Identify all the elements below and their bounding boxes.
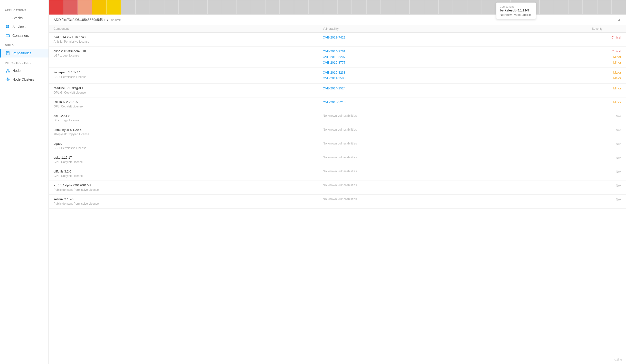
heatmap-cell-15[interactable] [265,0,280,15]
heatmap-cell-28[interactable] [453,0,467,15]
heatmap-cell-3[interactable] [92,0,106,15]
heatmap-cell-39[interactable] [612,0,626,15]
component-license: LGPL: Lgpl License [54,119,323,122]
table-row: linux-pam 1.1.3-7.1BSD: Permissive Licen… [49,68,626,83]
no-vuln-text: No known vulnerabilities [323,169,592,173]
heatmap-cell-21[interactable] [352,0,366,15]
heatmap-cell-8[interactable] [164,0,179,15]
component-cell-11: selinux 2.1.9-5Public domain: Permissive… [54,197,323,206]
heatmap-cell-22[interactable] [366,0,381,15]
table-row: dpkg 1.16.17GPL: Copyleft LicenseNo know… [49,153,626,167]
heatmap-cell-0[interactable] [49,0,63,15]
severity-badge: N/A [592,169,621,174]
heatmap-cell-34[interactable] [540,0,554,15]
heatmap-cell-35[interactable] [554,0,568,15]
nodes-label: Nodes [12,69,22,73]
file-header: ADD file:73c2f06...8545859c5d5 in / 85.8… [49,15,626,25]
sidebar-item-node-clusters[interactable]: Node Clusters [0,75,48,84]
sidebar: APPLICATIONS Stacks Services [0,0,49,364]
svg-line-17 [8,70,9,71]
severity-badge: Minor [592,86,621,91]
heatmap-cell-12[interactable] [222,0,236,15]
tooltip-component-name: berkeleydb 5.1.29-5 [500,8,532,12]
heatmap-cell-37[interactable] [583,0,597,15]
file-size: 85.8MB [111,18,121,22]
heatmap-cell-30[interactable] [482,0,496,15]
vuln-link[interactable]: CVE-2013-2207 [323,55,592,60]
vuln-link[interactable]: CVE-2013-7422 [323,35,592,40]
heatmap-cell-4[interactable] [106,0,121,15]
table-row: bgaesBSD: Permissive LicenseNo known vul… [49,139,626,153]
sidebar-item-stacks[interactable]: Stacks [0,14,48,22]
vuln-link[interactable]: CVE-2014-2524 [323,86,592,91]
services-label: Services [12,25,26,29]
vuln-cell-7: No known vulnerabilities [323,142,592,145]
heatmap-cell-23[interactable] [381,0,395,15]
heatmap-cell-18[interactable] [309,0,323,15]
heatmap-cell-7[interactable] [150,0,164,15]
heatmap-cell-16[interactable] [280,0,294,15]
heatmap-cell-27[interactable] [438,0,453,15]
heatmap-bar: Component berkeleydb 5.1.29-5 No Known V… [49,0,626,15]
build-section-label: BUILD [0,40,48,49]
heatmap-cell-1[interactable] [63,0,78,15]
component-cell-5: acl 2.2.51-8LGPL: Lgpl License [54,114,323,122]
heatmap-cell-25[interactable] [409,0,424,15]
heatmap-cell-19[interactable] [323,0,337,15]
services-icon [6,25,10,29]
no-vuln-text: No known vulnerabilities [323,197,592,201]
col-vulnerability: Vulnerability [323,27,592,31]
table-body: perl 5.14.2-21+deb7u3Artistic: Permissiv… [49,33,626,208]
heatmap-cell-6[interactable] [135,0,150,15]
svg-point-19 [7,78,8,79]
sidebar-item-repositories[interactable]: Repositories [0,49,48,57]
heatmap-cell-5[interactable] [121,0,135,15]
table-row: glibc 2.13-38+deb7u10LGPL: Lgpl LicenseC… [49,46,626,68]
heatmap-cell-13[interactable] [236,0,251,15]
no-vuln-text: No known vulnerabilities [323,142,592,145]
component-cell-9: diffutils 3.2-6GPL: Copyleft License [54,169,323,178]
component-cell-3: readline 6.2+dfsg-0.1GPLv3: Copyleft Lic… [54,86,323,95]
severity-badge: Minor [592,55,621,60]
component-cell-6: berkeleydb 5.1.29-5sleepycat: Copyleft L… [54,128,323,136]
heatmap-cell-2[interactable] [78,0,92,15]
sidebar-item-nodes[interactable]: Nodes [0,66,48,75]
severity-badge: Major [592,70,621,75]
heatmap-cell-26[interactable] [424,0,438,15]
nodes-icon [6,69,10,73]
heatmap-cell-11[interactable] [207,0,222,15]
vuln-link[interactable]: CVE-2015-3238 [323,70,592,75]
vuln-link[interactable]: CVE-2014-2583 [323,76,592,81]
heatmap-cell-36[interactable] [568,0,583,15]
heatmap-cell-38[interactable] [597,0,612,15]
vuln-cell-11: No known vulnerabilities [323,197,592,201]
heatmap-cell-29[interactable] [467,0,482,15]
collapse-icon[interactable]: ▲ [617,18,621,22]
heatmap-cell-17[interactable] [294,0,308,15]
component-license: Artistic: Permissive License [54,40,323,44]
component-license: BSD: Permissive License [54,75,323,79]
heatmap-cell-10[interactable] [193,0,207,15]
sidebar-item-containers[interactable]: Containers [0,31,48,40]
heatmap-cell-9[interactable] [179,0,193,15]
vulnerability-tooltip: Component berkeleydb 5.1.29-5 No Known V… [496,2,536,19]
component-cell-10: xz 5.1.1alpha+20120614-2Public domain: P… [54,183,323,192]
sidebar-item-services[interactable]: Services [0,22,48,31]
file-title-group: ADD file:73c2f06...8545859c5d5 in / 85.8… [54,18,121,22]
heatmap-cell-20[interactable] [337,0,352,15]
heatmap-cell-14[interactable] [251,0,265,15]
component-cell-2: linux-pam 1.1.3-7.1BSD: Permissive Licen… [54,70,323,79]
component-license: Public domain: Permissive License [54,188,323,192]
svg-rect-3 [6,25,7,27]
table-row: util-linux 2.20.1-5.3GPL: Copyleft Licen… [49,97,626,111]
vuln-link[interactable]: CVE-2015-8777 [323,60,592,65]
component-name: glibc 2.13-38+deb7u10 [54,49,323,53]
table-row: xz 5.1.1alpha+20120614-2Public domain: P… [49,181,626,195]
vuln-link[interactable]: CVE-2015-5218 [323,100,592,105]
main-content: Component berkeleydb 5.1.29-5 No Known V… [49,0,626,364]
tooltip-label: Component [500,5,532,8]
vuln-link[interactable]: CVE-2014-9761 [323,49,592,54]
heatmap-cell-24[interactable] [395,0,409,15]
severity-badge: Minor [592,100,621,105]
severity-cell-5: N/A [592,114,621,119]
